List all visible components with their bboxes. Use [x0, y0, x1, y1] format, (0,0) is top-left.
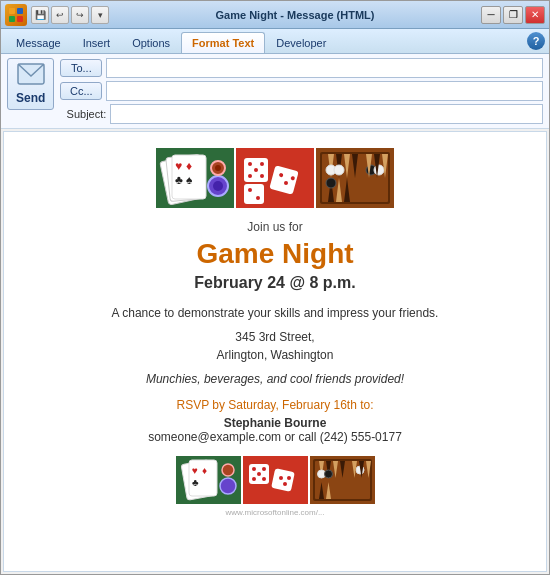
join-us-text: Join us for	[34, 220, 516, 234]
svg-point-27	[284, 181, 288, 185]
to-field-row: To...	[60, 58, 543, 78]
bottom-image-collage: ♥ ♦ ♣	[34, 456, 516, 504]
address-fields: To... Cc... Subject:	[60, 58, 543, 124]
subject-label: Subject:	[60, 108, 106, 120]
tab-options[interactable]: Options	[121, 32, 181, 53]
svg-point-59	[252, 467, 256, 471]
svg-point-23	[260, 174, 264, 178]
ribbon-tabs: Message Insert Options Format Text Devel…	[1, 29, 549, 53]
cc-input[interactable]	[106, 81, 543, 101]
undo-icon[interactable]: ↩	[51, 6, 69, 24]
restore-button[interactable]: ❐	[503, 6, 523, 24]
cc-button[interactable]: Cc...	[60, 82, 102, 100]
svg-text:♦: ♦	[202, 465, 207, 476]
title-bar: 💾 ↩ ↪ ▾ Game Night - Message (HTML) ─ ❐ …	[1, 1, 549, 29]
subject-input[interactable]	[110, 104, 543, 124]
help-icon[interactable]: ?	[527, 32, 545, 50]
office-logo	[5, 4, 27, 26]
svg-point-63	[262, 477, 266, 481]
redo-icon[interactable]: ↪	[71, 6, 89, 24]
svg-point-19	[248, 162, 252, 166]
outlook-window: 💾 ↩ ↪ ▾ Game Night - Message (HTML) ─ ❐ …	[0, 0, 550, 575]
cc-field-row: Cc...	[60, 81, 543, 101]
toolbar-icons: 💾 ↩ ↪ ▾	[31, 6, 109, 24]
svg-rect-0	[9, 8, 15, 14]
svg-rect-3	[17, 16, 23, 22]
send-label: Send	[16, 91, 45, 105]
tab-insert[interactable]: Insert	[72, 32, 122, 53]
svg-point-61	[257, 472, 261, 476]
svg-rect-28	[244, 184, 264, 204]
email-content: ♥ ♦ ♣ ♠	[4, 132, 546, 533]
munchies-text: Munchies, beverages, and cool friends pr…	[34, 372, 516, 386]
date-line: February 24 @ 8 p.m.	[34, 274, 516, 292]
window-title: Game Night - Message (HTML)	[216, 9, 375, 21]
tab-developer[interactable]: Developer	[265, 32, 337, 53]
cards-image: ♥ ♦ ♣ ♠	[156, 148, 234, 208]
email-header: Send To... Cc... Subject:	[1, 54, 549, 129]
address-line2: Arlington, Washington	[217, 348, 334, 362]
more-icon[interactable]: ▾	[91, 6, 109, 24]
close-button[interactable]: ✕	[525, 6, 545, 24]
svg-text:♦: ♦	[186, 159, 192, 173]
watermark-text: www.microsoftonline.com/...	[34, 508, 516, 517]
svg-point-62	[252, 477, 256, 481]
bottom-dice-image	[243, 456, 308, 504]
svg-point-67	[283, 482, 287, 486]
address-line1: 345 3rd Street,	[235, 330, 314, 344]
svg-point-65	[279, 476, 283, 480]
svg-point-14	[213, 181, 223, 191]
to-input[interactable]	[106, 58, 543, 78]
top-image-collage: ♥ ♦ ♣ ♠	[34, 148, 516, 208]
rsvp-text: RSVP by Saturday, February 16th to:	[34, 398, 516, 412]
svg-point-20	[260, 162, 264, 166]
save-icon[interactable]: 💾	[31, 6, 49, 24]
to-button[interactable]: To...	[60, 59, 102, 77]
description-text: A chance to demonstrate your skills and …	[34, 306, 516, 320]
tab-format-text[interactable]: Format Text	[181, 32, 265, 53]
svg-point-66	[287, 476, 291, 480]
svg-point-43	[334, 165, 344, 175]
svg-point-78	[324, 470, 332, 478]
svg-point-22	[248, 174, 252, 178]
subject-row: Subject:	[60, 104, 543, 124]
svg-text:♠: ♠	[186, 173, 193, 187]
svg-point-30	[256, 196, 260, 200]
svg-point-16	[215, 165, 221, 171]
send-envelope-icon	[17, 63, 45, 90]
bottom-cards-image: ♥ ♦ ♣	[176, 456, 241, 504]
rsvp-name: Stephanie Bourne	[34, 416, 516, 430]
email-body[interactable]: ♥ ♦ ♣ ♠	[3, 131, 547, 572]
svg-rect-64	[271, 468, 295, 492]
svg-point-60	[262, 467, 266, 471]
window-controls: ─ ❐ ✕	[481, 6, 545, 24]
svg-text:♣: ♣	[192, 477, 199, 488]
tab-message[interactable]: Message	[5, 32, 72, 53]
address-text: 345 3rd Street, Arlington, Washington	[34, 328, 516, 364]
svg-point-56	[222, 464, 234, 476]
minimize-button[interactable]: ─	[481, 6, 501, 24]
svg-point-42	[326, 178, 336, 188]
svg-text:♥: ♥	[175, 159, 182, 173]
game-night-title: Game Night	[34, 238, 516, 270]
bottom-backgammon-image	[310, 456, 375, 504]
title-bar-left: 💾 ↩ ↪ ▾	[5, 4, 109, 26]
svg-text:♥: ♥	[192, 465, 198, 476]
svg-point-55	[220, 478, 236, 494]
svg-point-29	[248, 188, 252, 192]
svg-text:♣: ♣	[175, 173, 183, 187]
send-button[interactable]: Send	[7, 58, 54, 110]
dice-image	[236, 148, 314, 208]
svg-rect-1	[17, 8, 23, 14]
svg-point-45	[374, 165, 384, 175]
backgammon-image	[316, 148, 394, 208]
svg-rect-2	[9, 16, 15, 22]
rsvp-contact: someone@example.com or call (242) 555-01…	[34, 430, 516, 444]
ribbon: Message Insert Options Format Text Devel…	[1, 29, 549, 54]
svg-point-21	[254, 168, 258, 172]
